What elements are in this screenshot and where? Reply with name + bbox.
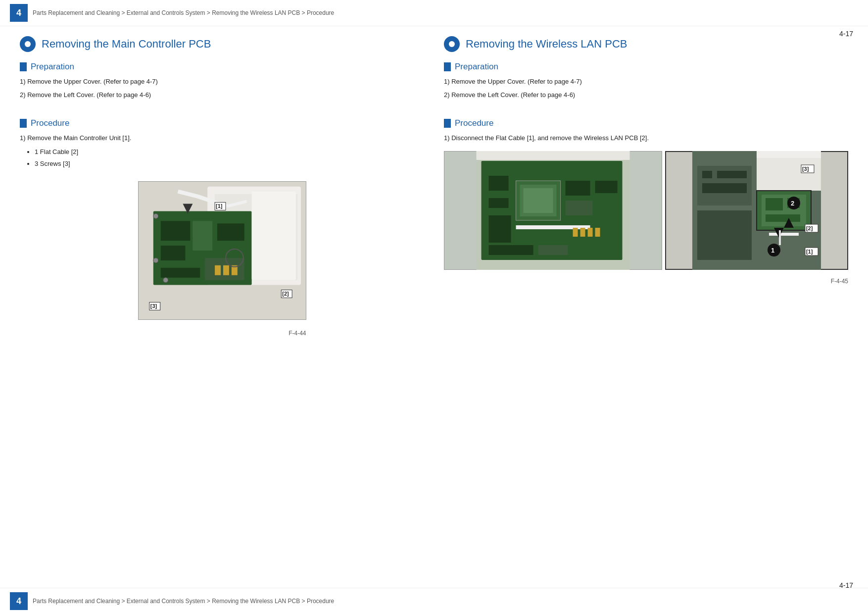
svg-rect-42: [538, 245, 568, 255]
svg-rect-6: [193, 221, 212, 251]
svg-rect-35: [566, 201, 593, 215]
svg-point-15: [163, 278, 168, 283]
svg-rect-8: [160, 268, 200, 278]
right-procedure-heading: Procedure: [444, 118, 848, 128]
right-section-icon-inner: [449, 41, 455, 47]
svg-rect-10: [215, 265, 221, 275]
svg-rect-4: [160, 221, 190, 241]
left-preparation-heading: Preparation: [20, 62, 424, 72]
svg-rect-39: [595, 228, 600, 237]
svg-rect-43: [477, 151, 630, 160]
svg-point-13: [153, 214, 158, 219]
svg-text:[2]: [2]: [282, 291, 289, 297]
svg-rect-56: [717, 171, 747, 178]
svg-rect-32: [595, 181, 618, 193]
right-column: Removing the Wireless LAN PCB Preparatio…: [444, 36, 848, 337]
svg-rect-51: [766, 214, 800, 222]
right-section-heading: Removing the Wireless LAN PCB: [466, 38, 627, 51]
footer-breadcrumb-bar: 4 Parts Replacement and Cleaning > Exter…: [0, 588, 868, 614]
svg-text:1: 1: [771, 247, 774, 254]
right-proc-intro: 1) Disconnect the Flat Cable [1], and re…: [444, 133, 848, 144]
svg-rect-34: [489, 198, 509, 208]
svg-rect-29: [524, 188, 553, 213]
chapter-badge: 4: [10, 4, 28, 22]
svg-rect-37: [580, 228, 585, 237]
left-section-icon: [20, 36, 36, 52]
left-prep-bar: [20, 62, 27, 71]
left-section-title: Removing the Main Controller PCB: [20, 36, 424, 52]
right-prep-step2: 2) Remove the Left Cover. (Refer to page…: [444, 90, 848, 101]
svg-text:[1]: [1]: [216, 204, 223, 209]
svg-rect-41: [489, 245, 533, 255]
svg-rect-7: [217, 223, 244, 241]
svg-rect-54: [697, 210, 752, 260]
right-image-left: [444, 151, 662, 270]
svg-rect-5: [160, 246, 185, 260]
svg-rect-30: [516, 225, 590, 229]
right-image-caption: F-4-45: [444, 278, 848, 285]
left-image-caption: F-4-44: [138, 330, 306, 337]
svg-rect-11: [223, 265, 229, 275]
svg-rect-49: [766, 198, 783, 210]
svg-rect-40: [489, 215, 511, 243]
right-proc-bar: [444, 119, 451, 128]
right-image-right: 2 1 [3] [2] [1]: [665, 151, 848, 270]
main-content: Removing the Main Controller PCB Prepara…: [0, 26, 868, 347]
svg-rect-36: [573, 228, 578, 237]
svg-text:[3]: [3]: [150, 303, 157, 309]
left-bullet-1: 1 Flat Cable [2]: [35, 146, 424, 157]
left-section-icon-inner: [25, 41, 31, 47]
right-preparation-heading: Preparation: [444, 62, 848, 72]
svg-text:[2]: [2]: [806, 225, 813, 231]
right-prep-step1: 1) Remove the Upper Cover. (Refer to pag…: [444, 77, 848, 87]
svg-rect-52: [769, 233, 799, 236]
breadcrumb-text: Parts Replacement and Cleaning > Externa…: [33, 9, 334, 16]
right-prep-bar: [444, 62, 451, 71]
svg-rect-55: [702, 171, 712, 178]
svg-rect-31: [566, 181, 590, 196]
left-prep-step1: 1) Remove the Upper Cover. (Refer to pag…: [20, 77, 424, 87]
left-proc-intro: 1) Remove the Main Controller Unit [1].: [20, 133, 424, 144]
header-breadcrumb-bar: 4 Parts Replacement and Cleaning > Exter…: [0, 0, 868, 26]
footer-breadcrumb-text: Parts Replacement and Cleaning > Externa…: [33, 598, 334, 605]
left-proc-bar: [20, 119, 27, 128]
right-pcb-full-svg: [444, 151, 662, 270]
page-number-top: 4-17: [839, 30, 853, 38]
left-procedure-heading: Procedure: [20, 118, 424, 128]
left-procedure-image: [1] [2] [3]: [138, 181, 306, 320]
right-images-row: 2 1 [3] [2] [1]: [444, 151, 848, 270]
left-image-svg: [1] [2] [3]: [139, 181, 306, 320]
svg-rect-33: [489, 176, 509, 191]
svg-text:[3]: [3]: [802, 166, 809, 172]
svg-rect-38: [588, 228, 593, 237]
svg-rect-24: [251, 192, 295, 280]
svg-rect-71: [757, 151, 821, 158]
svg-rect-57: [702, 183, 747, 193]
left-bullet-2: 3 Screws [3]: [35, 158, 424, 169]
right-pcb-closeup-svg: 2 1 [3] [2] [1]: [666, 151, 847, 270]
svg-rect-70: [779, 230, 781, 245]
right-section-title: Removing the Wireless LAN PCB: [444, 36, 848, 52]
svg-text:[1]: [1]: [806, 249, 813, 255]
svg-point-14: [153, 258, 158, 263]
right-section-icon: [444, 36, 460, 52]
left-prep-step2: 2) Remove the Left Cover. (Refer to page…: [20, 90, 424, 101]
left-section-heading: Removing the Main Controller PCB: [42, 38, 211, 51]
left-column: Removing the Main Controller PCB Prepara…: [20, 36, 424, 337]
svg-text:2: 2: [791, 200, 794, 207]
footer-chapter-badge: 4: [10, 592, 28, 610]
left-proc-bullets: 1 Flat Cable [2] 3 Screws [3]: [35, 146, 424, 169]
